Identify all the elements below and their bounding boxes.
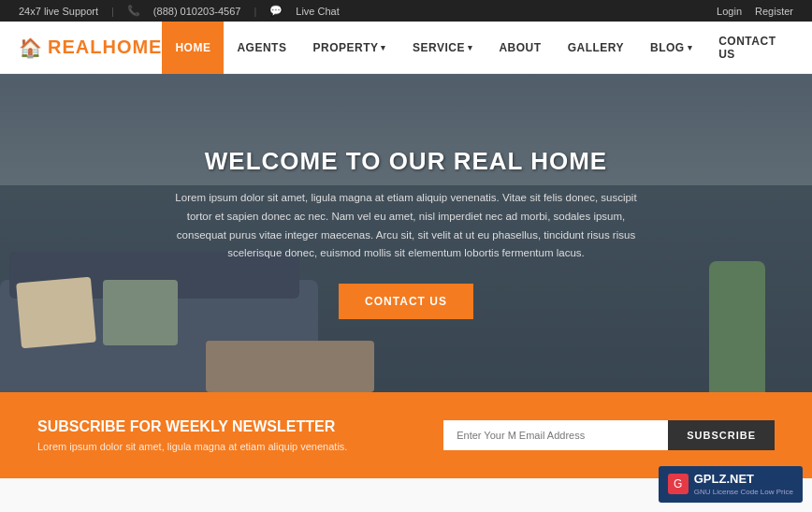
nav-blog[interactable]: BLOG ▾ [637,22,705,74]
newsletter-text: SUBSCRIBE FOR WEEKLY NEWSLETTER Lorem ip… [37,418,347,452]
newsletter-email-input[interactable] [443,420,668,450]
logo[interactable]: 🏠 REALHOME [19,37,162,59]
separator1: | [111,6,114,17]
hero-body: Lorem ipsum dolor sit amet, ligula magna… [163,189,649,262]
cushion1-decoration [16,277,96,349]
logo-text: REALHOME [48,37,162,58]
nav-about[interactable]: ABOUT [486,22,554,74]
watermark-icon: G [668,474,689,494]
watermark-brand: GPLZ.NET [694,472,793,488]
nav-contact[interactable]: CONTACT US [705,22,793,74]
watermark-badge: G GPLZ.NET GNU License Code Low Price [659,466,803,503]
top-bar: 24x7 live Support | 📞 (888) 010203-4567 … [0,0,812,22]
plant-decoration [709,261,765,392]
hero-section: WELCOME TO OUR REAL HOME Lorem ipsum dol… [0,74,812,392]
hero-title: WELCOME TO OUR REAL HOME [163,147,649,176]
chevron-down-icon: ▾ [468,43,473,52]
watermark-text: GPLZ.NET GNU License Code Low Price [694,472,793,497]
coffee-table-decoration [206,341,374,392]
newsletter-form: SUBSCRIBE [443,420,775,450]
main-nav: HOME AGENTS PROPERTY ▾ SERVICE ▾ ABOUT G… [162,22,793,73]
header: 🏠 REALHOME HOME AGENTS PROPERTY ▾ SERVIC… [0,22,812,74]
login-link[interactable]: Login [717,6,742,17]
logo-icon: 🏠 [19,37,42,59]
nav-gallery[interactable]: GALLERY [555,22,637,74]
top-bar-right: Login Register [717,6,793,17]
separator2: | [254,6,256,17]
contact-us-button[interactable]: CONTACT US [339,284,473,319]
support-label: 24x7 live Support [19,6,98,17]
chevron-down-icon: ▾ [688,43,693,52]
nav-service[interactable]: SERVICE ▾ [399,22,486,74]
nav-property[interactable]: PROPERTY ▾ [299,22,399,74]
phone-icon: 📞 [127,5,140,17]
top-bar-left: 24x7 live Support | 📞 (888) 010203-4567 … [19,5,340,17]
watermark-sub: GNU License Code Low Price [694,488,793,497]
chevron-down-icon: ▾ [381,43,386,52]
nav-home[interactable]: HOME [162,22,224,74]
phone-number: (888) 010203-4567 [153,6,241,17]
register-link[interactable]: Register [755,6,793,17]
nav-agents[interactable]: AGENTS [224,22,299,74]
chat-icon: 💬 [269,5,283,17]
newsletter-subtitle: Lorem ipsum dolor sit amet, ligula magna… [37,441,347,452]
live-chat-label: Live Chat [296,6,339,17]
newsletter-title: SUBSCRIBE FOR WEEKLY NEWSLETTER [37,418,347,435]
hero-content: WELCOME TO OUR REAL HOME Lorem ipsum dol… [144,147,668,318]
subscribe-button[interactable]: SUBSCRIBE [668,420,775,450]
